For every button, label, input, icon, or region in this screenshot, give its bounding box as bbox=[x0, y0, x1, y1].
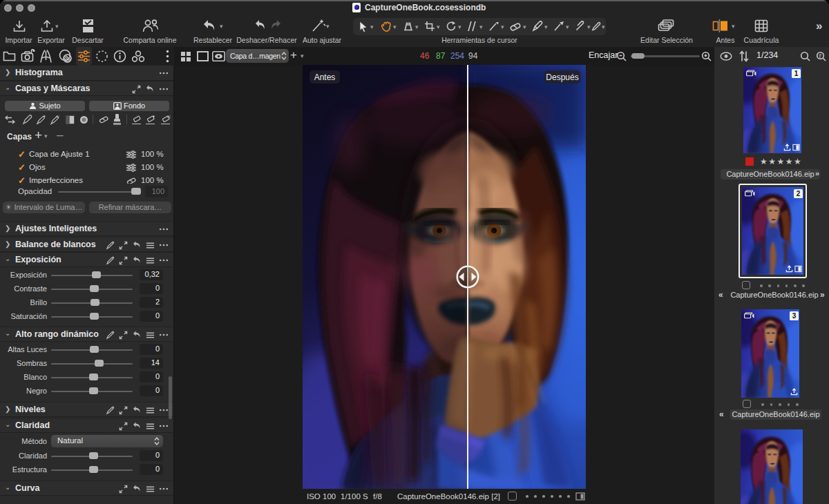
svg-text:AI: AI bbox=[167, 115, 171, 119]
svg-text:Después: Después bbox=[546, 72, 578, 82]
svg-text:AI: AI bbox=[56, 115, 59, 119]
svg-text:Antes: Antes bbox=[314, 72, 336, 82]
